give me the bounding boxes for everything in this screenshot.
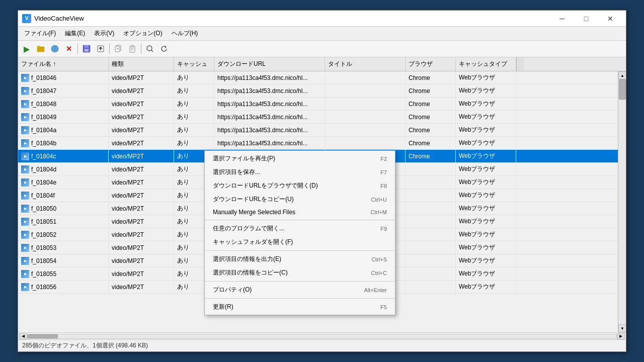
context-menu-item[interactable]: 選択項目を保存...F7 bbox=[205, 165, 395, 179]
cell-filename: f_018054 bbox=[18, 254, 109, 267]
paste-doc-button[interactable] bbox=[126, 42, 139, 55]
table-row[interactable]: f_018047video/MP2Tありhttps://pa113ca4f53.… bbox=[18, 84, 626, 98]
cell-cachetype: Webブラウザ bbox=[456, 215, 516, 228]
cell-title bbox=[325, 137, 406, 149]
context-menu-shortcut: Ctrl+S bbox=[371, 256, 387, 262]
context-menu-item[interactable]: 選択項目の情報をコピー(C)Ctrl+C bbox=[205, 266, 395, 280]
context-menu-label: 任意のプログラムで開く... bbox=[213, 224, 284, 233]
cell-type: video/MP2T bbox=[109, 254, 174, 267]
cell-title bbox=[325, 124, 406, 136]
context-menu-label: 選択項目の情報を出力(E) bbox=[213, 255, 281, 263]
cell-filename: f_018055 bbox=[18, 267, 109, 280]
cell-cachetype: Webブラウザ bbox=[456, 84, 516, 97]
menu-options[interactable]: オプション(O) bbox=[119, 28, 166, 39]
scroll-right-button[interactable]: ▶ bbox=[617, 333, 625, 339]
browse-button[interactable] bbox=[48, 42, 61, 55]
title-bar: V VideoCacheView ─ □ ✕ bbox=[18, 11, 626, 27]
search-button[interactable] bbox=[143, 42, 156, 55]
cell-type: video/MP2T bbox=[109, 202, 174, 215]
cell-browser: Chrome bbox=[406, 150, 456, 162]
title-controls: ─ □ ✕ bbox=[550, 13, 622, 25]
vertical-scrollbar[interactable]: ▲ ▼ bbox=[618, 71, 626, 332]
context-menu-item[interactable]: 選択ファイルを再生(P)F2 bbox=[205, 152, 395, 165]
cell-url: https://pa113ca4f53.dmc.nico/hl... bbox=[214, 124, 325, 136]
svg-point-18 bbox=[147, 46, 152, 51]
cell-filename: f_018056 bbox=[18, 281, 109, 293]
cell-type: video/MP2T bbox=[109, 137, 174, 149]
cell-type: video/MP2T bbox=[109, 84, 174, 97]
context-menu-separator bbox=[205, 298, 395, 299]
context-menu-separator bbox=[205, 220, 395, 220]
cell-browser: Chrome bbox=[406, 124, 456, 136]
table-row[interactable]: f_018048video/MP2Tありhttps://pa113ca4f53.… bbox=[18, 98, 626, 111]
save-button[interactable] bbox=[80, 42, 93, 55]
cell-cachetype: Webブラウザ bbox=[456, 202, 516, 215]
svg-rect-5 bbox=[85, 45, 89, 48]
menu-edit[interactable]: 編集(E) bbox=[61, 28, 89, 39]
context-menu-item[interactable]: Manually Merge Selected FilesCtrl+M bbox=[205, 206, 395, 218]
context-menu-label: Manually Merge Selected Files bbox=[213, 209, 295, 216]
horizontal-scrollbar[interactable]: ◀ ▶ bbox=[18, 332, 626, 339]
col-type[interactable]: 種類 bbox=[109, 57, 174, 71]
play-button[interactable]: ▶ bbox=[20, 42, 33, 55]
context-menu-item[interactable]: 選択項目の情報を出力(E)Ctrl+S bbox=[205, 252, 395, 266]
cell-type: video/MP2T bbox=[109, 150, 174, 162]
context-menu-item[interactable]: 任意のプログラムで開く...F9 bbox=[205, 222, 395, 235]
cell-type: video/MP2T bbox=[109, 241, 174, 254]
cell-browser bbox=[406, 241, 456, 254]
cell-filename: f_018046 bbox=[18, 71, 109, 84]
stop-button[interactable]: ✕ bbox=[62, 42, 75, 55]
close-button[interactable]: ✕ bbox=[599, 13, 622, 25]
app-icon: V bbox=[22, 14, 31, 23]
context-menu-item[interactable]: ダウンロードURLをブラウザで開く(D)F8 bbox=[205, 179, 395, 193]
scroll-left-button[interactable]: ◀ bbox=[19, 333, 27, 339]
scroll-thumb[interactable] bbox=[619, 79, 626, 100]
cell-filename: f_018049 bbox=[18, 111, 109, 123]
col-browser[interactable]: ブラウザ bbox=[406, 57, 456, 71]
cell-cachetype: Webブラウザ bbox=[456, 137, 516, 149]
cell-type: video/MP2T bbox=[109, 281, 174, 293]
cell-filename: f_01804a bbox=[18, 124, 109, 136]
menu-view[interactable]: 表示(V) bbox=[90, 28, 118, 39]
h-scroll-thumb[interactable] bbox=[28, 334, 58, 338]
cell-cachetype: Webブラウザ bbox=[456, 267, 516, 280]
context-menu-shortcut: F7 bbox=[380, 169, 387, 175]
maximize-button[interactable]: □ bbox=[575, 13, 598, 25]
col-title[interactable]: タイトル bbox=[325, 57, 406, 71]
table-row[interactable]: f_018046video/MP2Tありhttps://pa113ca4f53.… bbox=[18, 71, 626, 84]
context-menu-item[interactable]: ダウンロードURLをコピー(U)Ctrl+U bbox=[205, 193, 395, 206]
h-scroll-track[interactable] bbox=[27, 334, 617, 339]
context-menu-shortcut: F9 bbox=[380, 226, 387, 232]
export-button[interactable] bbox=[94, 42, 107, 55]
scroll-down-button[interactable]: ▼ bbox=[618, 324, 626, 332]
table-row[interactable]: f_01804avideo/MP2Tありhttps://pa113ca4f53.… bbox=[18, 124, 626, 137]
context-menu-separator bbox=[205, 250, 395, 251]
menu-file[interactable]: ファイル(F) bbox=[20, 28, 60, 39]
open-button[interactable] bbox=[34, 42, 47, 55]
scroll-track[interactable] bbox=[618, 79, 626, 324]
cell-url: https://pa113ca4f53.dmc.nico/hl... bbox=[214, 111, 325, 123]
context-menu-label: 選択ファイルを再生(P) bbox=[213, 154, 275, 163]
cell-title bbox=[325, 84, 406, 97]
minimize-button[interactable]: ─ bbox=[550, 13, 574, 25]
context-menu-shortcut: Ctrl+U bbox=[371, 197, 387, 203]
col-cache[interactable]: キャッシュ bbox=[174, 57, 214, 71]
scroll-up-button[interactable]: ▲ bbox=[618, 71, 626, 79]
context-menu-item[interactable]: 更新(R)F5 bbox=[205, 300, 395, 314]
table-row[interactable]: f_01804bvideo/MP2Tありhttps://pa113ca4f53.… bbox=[18, 137, 626, 150]
context-menu-label: 選択項目を保存... bbox=[213, 168, 260, 176]
refresh-button[interactable] bbox=[157, 42, 171, 55]
context-menu-item[interactable]: キャッシュフォルダを開く(F) bbox=[205, 235, 395, 249]
cell-filename: f_018050 bbox=[18, 202, 109, 215]
cell-cachetype: Webブラウザ bbox=[456, 150, 516, 162]
col-filename[interactable]: ファイル名 ↑ bbox=[18, 57, 109, 71]
col-url[interactable]: ダウンロードURL bbox=[214, 57, 325, 71]
cell-browser bbox=[406, 254, 456, 267]
table-row[interactable]: f_018049video/MP2Tありhttps://pa113ca4f53.… bbox=[18, 111, 626, 124]
copy-doc-button[interactable] bbox=[112, 42, 125, 55]
context-menu-item[interactable]: プロパティ(O)Alt+Enter bbox=[205, 283, 395, 297]
menu-help[interactable]: ヘルプ(H) bbox=[168, 28, 202, 39]
col-cachetype[interactable]: キャッシュタイプ bbox=[456, 57, 516, 71]
menu-bar: ファイル(F) 編集(E) 表示(V) オプション(O) ヘルプ(H) bbox=[18, 27, 626, 41]
toolbar: ▶ ✕ bbox=[18, 41, 626, 57]
